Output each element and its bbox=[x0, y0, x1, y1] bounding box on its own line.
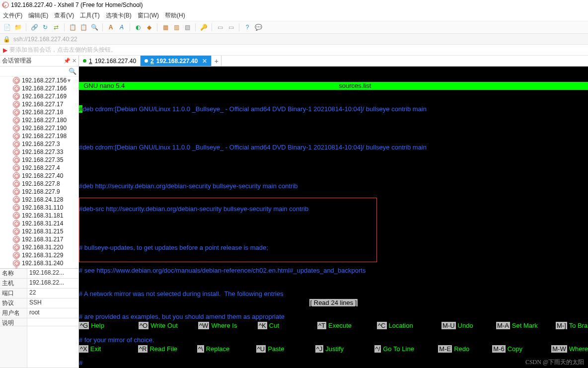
session-icon bbox=[13, 133, 20, 140]
terminal[interactable]: GNU nano 5.4 sources.list #deb cdrom:[De… bbox=[79, 67, 588, 368]
cascade-icon[interactable]: ▧ bbox=[183, 23, 191, 31]
tab-label: 192.168.227.40 bbox=[156, 58, 198, 65]
xftp-icon[interactable]: ◐ bbox=[134, 23, 142, 31]
session-icon bbox=[13, 77, 20, 84]
list-item[interactable]: 192.168.31.240 bbox=[0, 259, 78, 267]
address-url[interactable]: ssh://192.168.227.40:22 bbox=[13, 36, 77, 43]
session-icon bbox=[13, 196, 20, 203]
terminal-line: #deb cdrom:[Debian GNU/Linux 11.0.0 _Bul… bbox=[79, 105, 588, 113]
connect-icon[interactable]: 🔗 bbox=[30, 23, 38, 31]
session-manager-header: 会话管理器 📌 ✕ bbox=[0, 56, 78, 67]
nano-read-status: [ Read 24 lines ] bbox=[79, 299, 588, 307]
status-dot-icon bbox=[83, 59, 86, 63]
menu-window[interactable]: 窗口(W) bbox=[138, 11, 159, 20]
nano-footer: [ Read 24 lines ] ^GHelp ^OWrite Out ^WW… bbox=[79, 284, 588, 368]
session-icon bbox=[13, 109, 20, 116]
menu-bar: 文件(F) 编辑(E) 查看(V) 工具(T) 选项卡(B) 窗口(W) 帮助(… bbox=[0, 10, 588, 21]
session-icon bbox=[13, 260, 20, 267]
title-bar: 192.168.227.40 - Xshell 7 (Free for Home… bbox=[0, 0, 588, 10]
list-item[interactable]: 192.168.31.215 bbox=[0, 227, 78, 235]
list-item[interactable]: 192.168.31.214 bbox=[0, 220, 78, 227]
paste-icon[interactable]: 📋 bbox=[79, 23, 87, 31]
prop-name-key: 名称 bbox=[0, 269, 27, 278]
terminal-line: # see https://www.debian.org/doc/manuals… bbox=[79, 267, 588, 275]
layout-icon[interactable]: ▭ bbox=[216, 23, 224, 31]
session-icon bbox=[13, 172, 20, 179]
list-item[interactable]: 192.168.227.40 bbox=[0, 172, 78, 180]
watermark: CSDN @下雨天的太阳 bbox=[525, 359, 584, 367]
list-item[interactable]: 192.168.227.33 bbox=[0, 148, 78, 156]
font-icon[interactable]: A bbox=[107, 23, 115, 31]
list-item[interactable]: 192.168.31.217 bbox=[0, 235, 78, 243]
list-item[interactable]: 192.168.227.180 bbox=[0, 116, 78, 124]
separator bbox=[102, 23, 103, 31]
app-icon bbox=[2, 1, 9, 8]
search-icon[interactable]: 🔍 bbox=[90, 23, 98, 31]
reconnect-icon[interactable]: ↻ bbox=[41, 23, 49, 31]
list-item[interactable]: 192.168.227.4 bbox=[0, 164, 78, 172]
tile-h-icon[interactable]: ▦ bbox=[161, 23, 169, 31]
prop-host-key: 主机 bbox=[0, 279, 27, 288]
search-icon[interactable]: 🔍 bbox=[69, 68, 76, 75]
list-item[interactable]: 192.168.227.198 bbox=[0, 132, 78, 140]
session-icon bbox=[13, 117, 20, 124]
add-tab-button[interactable]: + bbox=[212, 56, 221, 66]
list-item[interactable]: 192.168.31.229 bbox=[0, 251, 78, 259]
list-item[interactable]: 192.168.31.220 bbox=[0, 243, 78, 251]
list-item[interactable]: 192.168.227.9 bbox=[0, 188, 78, 196]
menu-tabs[interactable]: 选项卡(B) bbox=[106, 11, 132, 20]
list-item[interactable]: 192.168.227.35 bbox=[0, 156, 78, 164]
list-item[interactable]: 192.168.227.3 bbox=[0, 140, 78, 148]
panel-controls[interactable]: 📌 ✕ bbox=[64, 58, 76, 64]
menu-file[interactable]: 文件(F) bbox=[3, 11, 22, 20]
layout2-icon[interactable]: ▭ bbox=[227, 23, 235, 31]
list-item[interactable]: 192.168.227.156▾ bbox=[0, 76, 78, 84]
session-tree[interactable]: 192.168.227.156▾ 192.168.227.166 192.168… bbox=[0, 76, 78, 268]
session-icon bbox=[13, 204, 20, 211]
session-icon bbox=[13, 180, 20, 187]
script-icon[interactable]: ◆ bbox=[145, 23, 153, 31]
hint-bar: ▶ 要添加当前会话，点击左侧的箭头按钮。 bbox=[0, 45, 588, 56]
session-icon bbox=[13, 212, 20, 219]
session-manager-title: 会话管理器 bbox=[2, 57, 32, 65]
toolbar: 📄 📁 🔗 ↻ ⇄ 📋 📋 🔍 A A ◐ ◆ ▦ ▥ ▧ 🔑 ▭ ▭ ? 💬 bbox=[0, 21, 588, 34]
font-style-icon[interactable]: A bbox=[118, 23, 126, 31]
separator bbox=[195, 23, 196, 31]
menu-edit[interactable]: 编辑(E) bbox=[28, 11, 48, 20]
prop-port-key: 端口 bbox=[0, 289, 27, 298]
close-icon[interactable]: ✕ bbox=[202, 58, 207, 65]
window-title: 192.168.227.40 - Xshell 7 (Free for Home… bbox=[11, 1, 143, 8]
nano-header: GNU nano 5.4 sources.list bbox=[79, 82, 588, 90]
separator bbox=[130, 23, 130, 31]
nano-shortcuts-row2: ^XExit ^RRead File ^\Replace ^UPaste ^JJ… bbox=[79, 345, 588, 353]
list-item[interactable]: 192.168.227.18 bbox=[0, 108, 78, 116]
tab-label: 192.168.227.40 bbox=[95, 58, 136, 65]
nano-version: GNU nano 5.4 bbox=[79, 82, 126, 90]
disconnect-icon[interactable]: ⇄ bbox=[52, 23, 60, 31]
list-item[interactable]: 192.168.227.190 bbox=[0, 124, 78, 132]
list-item[interactable]: 192.168.227.17 bbox=[0, 100, 78, 108]
separator bbox=[239, 23, 239, 31]
list-item[interactable]: 192.168.227.166 bbox=[0, 84, 78, 92]
menu-tools[interactable]: 工具(T) bbox=[80, 11, 99, 20]
list-item[interactable]: 192.168.227.169 bbox=[0, 92, 78, 100]
tab-2[interactable]: 2 192.168.227.40 ✕ bbox=[141, 56, 212, 66]
help-icon[interactable]: ? bbox=[243, 23, 251, 31]
list-item[interactable]: 192.168.227.8 bbox=[0, 180, 78, 188]
list-item[interactable]: 192.168.31.110 bbox=[0, 204, 78, 212]
session-tabs: 1 192.168.227.40 2 192.168.227.40 ✕ + bbox=[79, 56, 588, 67]
list-item[interactable]: 192.168.24.128 bbox=[0, 196, 78, 204]
copy-icon[interactable]: 📋 bbox=[69, 23, 76, 31]
menu-help[interactable]: 帮助(H) bbox=[165, 11, 185, 20]
menu-view[interactable]: 查看(V) bbox=[54, 11, 74, 20]
prop-user-key: 用户名 bbox=[0, 308, 27, 318]
session-icon bbox=[13, 93, 20, 100]
list-item[interactable]: 192.168.31.181 bbox=[0, 212, 78, 220]
tile-v-icon[interactable]: ▥ bbox=[172, 23, 180, 31]
prop-desc-val bbox=[27, 318, 78, 326]
tab-1[interactable]: 1 192.168.227.40 bbox=[79, 56, 141, 66]
new-session-icon[interactable]: 📄 bbox=[3, 23, 11, 31]
key-icon[interactable]: 🔑 bbox=[200, 23, 208, 31]
chat-icon[interactable]: 💬 bbox=[254, 23, 262, 31]
open-folder-icon[interactable]: 📁 bbox=[14, 23, 22, 31]
